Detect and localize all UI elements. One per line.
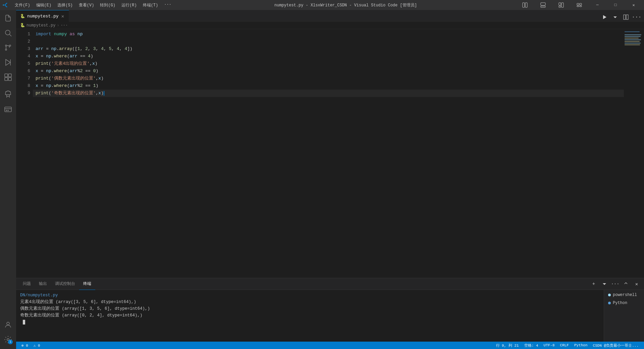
svg-marker-28 xyxy=(603,15,606,19)
svg-rect-21 xyxy=(8,78,11,81)
svg-rect-10 xyxy=(580,6,582,7)
status-spaces[interactable]: 空格: 4 xyxy=(522,342,541,349)
breadcrumb: 🐍 numpytest.py › ··· xyxy=(16,22,644,29)
breadcrumb-separator: › xyxy=(57,23,59,28)
status-bar: ⊗ 0 ⚠ 0 行 9, 列 21 空格: 4 UTF-8 CRLF Pytho… xyxy=(16,342,644,349)
activity-settings[interactable]: 1 xyxy=(1,333,15,346)
svg-marker-32 xyxy=(603,283,606,285)
close-button[interactable]: ✕ xyxy=(626,0,641,10)
svg-rect-30 xyxy=(624,15,626,19)
editor-content[interactable]: 1 2 3 4 5 6 7 8 9 import numpy as np arr… xyxy=(16,29,644,278)
layout-button2[interactable] xyxy=(535,0,551,10)
terminal-python-dot xyxy=(608,302,611,304)
editor-area: 🐍 numpytest.py ✕ xyxy=(16,10,644,349)
layout-button[interactable] xyxy=(517,0,533,10)
svg-rect-7 xyxy=(577,3,579,5)
window-controls: ─ □ ✕ xyxy=(517,0,641,10)
panel-tab-bar: 问题 输出 调试控制台 终端 + ··· ✕ xyxy=(16,278,644,290)
code-line-6: x = np.where(arr%2 == 0) xyxy=(33,67,624,75)
code-line-5: print('元素4出现的位置',x) xyxy=(33,60,624,67)
menu-select[interactable]: 选择(S) xyxy=(55,2,75,9)
activity-source-control[interactable] xyxy=(1,41,15,54)
terminal-python[interactable]: Python xyxy=(605,299,643,307)
new-terminal-button[interactable]: + xyxy=(589,279,598,289)
panel-more-button[interactable]: ··· xyxy=(610,279,620,289)
svg-rect-6 xyxy=(559,6,561,7)
tab-bar: 🐍 numpytest.py ✕ xyxy=(16,10,644,22)
svg-rect-1 xyxy=(525,3,527,7)
svg-point-11 xyxy=(5,30,10,35)
panel-tab-debug[interactable]: 调试控制台 xyxy=(51,278,79,290)
code-line-3: arr = np.array([1, 2, 3, 4, 5, 4, 4]) xyxy=(33,45,624,53)
terminal-line-2: 偶数元素出现的位置 (array([1, 3, 5, 6], dtype=int… xyxy=(20,305,600,312)
terminal-line-0: DN/numpytest.py xyxy=(20,292,600,299)
run-dropdown-button[interactable] xyxy=(610,12,620,22)
status-encoding[interactable]: UTF-8 xyxy=(541,342,557,349)
activity-accounts[interactable] xyxy=(1,318,15,332)
panel-tab-problems[interactable]: 问题 xyxy=(19,278,35,290)
panel-maximize-button[interactable] xyxy=(621,279,631,289)
breadcrumb-ellipsis: ··· xyxy=(61,23,68,28)
breadcrumb-file[interactable]: numpytest.py xyxy=(26,23,55,28)
code-editor[interactable]: import numpy as np arr = np.array([1, 2,… xyxy=(33,29,624,278)
code-line-7: print('偶数元素出现的位置',x) xyxy=(33,75,624,82)
breadcrumb-file-icon: 🐍 xyxy=(20,23,25,28)
status-position[interactable]: 行 9, 列 21 xyxy=(493,342,522,349)
svg-point-14 xyxy=(5,49,7,50)
panel-content: DN/numpytest.py 元素4出现的位置 (array([3, 5, 6… xyxy=(16,290,644,342)
panel-tab-terminal[interactable]: 终端 xyxy=(79,278,95,290)
svg-point-13 xyxy=(5,45,7,46)
terminal-powershell[interactable]: powershell xyxy=(605,291,643,299)
svg-rect-19 xyxy=(8,74,11,77)
terminal-line-1: 元素4出现的位置 (array([3, 5, 6], dtype=int64),… xyxy=(20,299,600,305)
activity-extensions[interactable] xyxy=(1,70,15,84)
terminal-python-label: Python xyxy=(613,301,627,305)
menu-run[interactable]: 运行(R) xyxy=(119,2,140,9)
activity-search[interactable] xyxy=(1,26,15,40)
code-line-9: print('奇数元素出现的位置',x) xyxy=(33,90,624,97)
status-line-ending[interactable]: CRLF xyxy=(557,342,572,349)
customize-layout-button[interactable] xyxy=(572,0,587,10)
status-feedback[interactable]: CSDN @负责最小一哥士... xyxy=(590,342,641,349)
terminal-sidebar: powershell Python xyxy=(604,290,644,342)
menu-terminal[interactable]: 终端(T) xyxy=(140,2,161,9)
more-actions-button[interactable]: ··· xyxy=(632,12,641,22)
status-errors[interactable]: ⊗ 0 xyxy=(19,342,31,349)
vscode-logo xyxy=(3,2,8,8)
titlebar: 文件(F) 编辑(E) 选择(S) 查看(V) 转到(G) 运行(R) 终端(T… xyxy=(0,0,644,10)
tab-close-button[interactable]: ✕ xyxy=(61,13,65,20)
layout-button3[interactable] xyxy=(553,0,569,10)
svg-marker-29 xyxy=(613,16,617,18)
split-editor-button[interactable] xyxy=(621,12,631,22)
svg-rect-0 xyxy=(523,3,525,7)
terminal[interactable]: DN/numpytest.py 元素4出现的位置 (array([3, 5, 6… xyxy=(16,290,604,342)
svg-rect-5 xyxy=(561,3,564,7)
terminal-dropdown-button[interactable] xyxy=(600,279,609,289)
svg-rect-18 xyxy=(5,74,8,77)
svg-point-26 xyxy=(7,322,9,325)
terminal-cursor xyxy=(20,319,600,326)
status-warnings[interactable]: ⚠ 0 xyxy=(31,342,43,349)
tab-label: numpytest.py xyxy=(27,14,59,19)
tab-numpytest[interactable]: 🐍 numpytest.py ✕ xyxy=(16,10,69,22)
activity-test[interactable] xyxy=(1,88,15,101)
panel-close-button[interactable]: ✕ xyxy=(632,279,641,289)
activity-remote[interactable] xyxy=(1,103,15,116)
line-numbers: 1 2 3 4 5 6 7 8 9 xyxy=(16,29,33,278)
menu-more[interactable]: ··· xyxy=(161,2,174,9)
minimize-button[interactable]: ─ xyxy=(590,0,605,10)
run-python-button[interactable] xyxy=(600,12,609,22)
menu-goto[interactable]: 转到(G) xyxy=(97,2,118,9)
menu-view[interactable]: 查看(V) xyxy=(76,2,97,9)
panel-tab-output[interactable]: 输出 xyxy=(35,278,51,290)
maximize-button[interactable]: □ xyxy=(608,0,623,10)
main-layout: 1 🐍 numpytest.py ✕ xyxy=(0,10,644,349)
terminal-dot xyxy=(608,294,611,296)
svg-rect-31 xyxy=(626,15,628,19)
status-language[interactable]: Python xyxy=(572,342,590,349)
menu-file[interactable]: 文件(F) xyxy=(12,2,33,9)
svg-rect-22 xyxy=(5,107,11,112)
activity-run[interactable] xyxy=(1,56,15,69)
activity-explorer[interactable] xyxy=(1,11,15,25)
menu-edit[interactable]: 编辑(E) xyxy=(34,2,54,9)
